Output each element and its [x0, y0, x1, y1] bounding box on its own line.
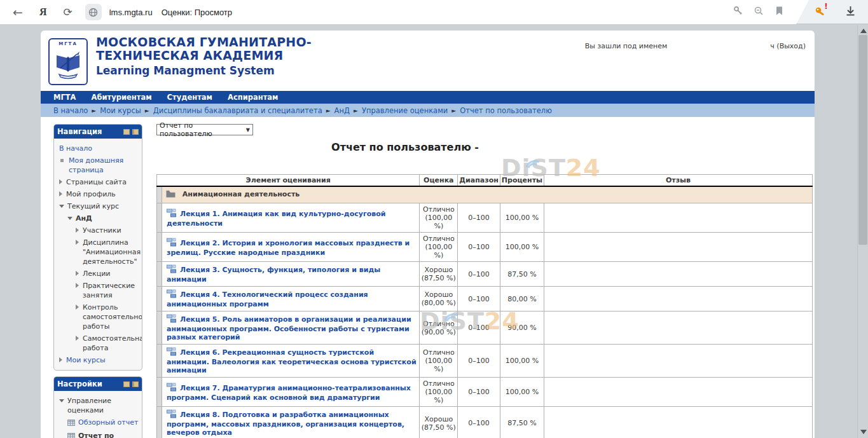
scroll-down-icon[interactable]: [860, 430, 867, 434]
nav-mgta[interactable]: МГТА: [53, 93, 76, 102]
main-navbar: МГТА Абитуриентам Студентам Аспирантам: [41, 91, 815, 104]
login-info: Вы зашли под именем ч (Выход): [585, 42, 806, 50]
lecture-link[interactable]: Лекция 4. Технологический процесс создан…: [167, 291, 368, 308]
browser-toolbar: ← Я ⟳ lms.mgta.ru Оценки: Просмотр !: [0, 0, 868, 24]
mgta-logo[interactable]: МГТА: [48, 38, 88, 85]
chevron-down-icon: ▼: [246, 127, 250, 133]
breadcrumb-separator-icon: ►: [326, 107, 331, 114]
category-name: Анимационная деятельность: [183, 190, 300, 198]
expand-icon[interactable]: [76, 228, 79, 233]
navigation-block: Навигация В начало Моя домашняя страница…: [53, 124, 142, 371]
nav-aspirantam[interactable]: Аспирантам: [228, 93, 278, 102]
url-text[interactable]: lms.mgta.ru: [109, 8, 153, 17]
folder-icon: [166, 190, 176, 200]
lecture-link[interactable]: Лекция 7. Драматургия анимационно-театра…: [167, 384, 411, 402]
sidebar-item-participants[interactable]: Участники: [54, 224, 140, 236]
settings-item-overview-report[interactable]: Обзорный отчет: [54, 416, 140, 430]
main-content: Отчет по пользователю ▼ Отчет по пользов…: [156, 124, 813, 438]
page-title: Отчет по пользователю -: [156, 141, 813, 153]
block-dock-icon[interactable]: [132, 129, 139, 135]
scrollbar-thumb[interactable]: [858, 35, 867, 245]
table-row: Лекция 5. Роль аниматоров в организации …: [157, 311, 813, 345]
sidebar-item-and-course[interactable]: АнД: [54, 212, 140, 224]
password-key-icon[interactable]: [733, 6, 743, 18]
expand-icon[interactable]: [59, 179, 62, 184]
breadcrumb-course[interactable]: АнД: [334, 106, 350, 115]
scroll-up-icon[interactable]: [860, 29, 867, 33]
lecture-link[interactable]: Лекция 5. Роль аниматоров в организации …: [167, 315, 411, 341]
expand-icon[interactable]: [76, 336, 79, 341]
breadcrumb-home[interactable]: В начало: [53, 106, 88, 115]
block-hide-icon[interactable]: [123, 381, 130, 387]
feedback-cell: [544, 233, 813, 262]
expand-icon[interactable]: [76, 283, 79, 288]
lecture-link[interactable]: Лекция 3. Сущность, функция, типология и…: [167, 266, 380, 284]
sidebar-item-my-home[interactable]: Моя домашняя страница: [54, 154, 140, 176]
lesson-icon: [167, 209, 176, 219]
yandex-browser-icon[interactable]: Я: [39, 6, 47, 18]
lesson-icon: [167, 347, 176, 358]
col-item: Элемент оценивания: [157, 175, 420, 187]
lecture-link[interactable]: Лекция 6. Рекреационная сущность туристс…: [167, 348, 417, 374]
feedback-cell: [544, 262, 813, 287]
collapse-icon[interactable]: [67, 217, 72, 220]
download-icon[interactable]: [844, 5, 857, 20]
expand-icon[interactable]: [76, 240, 79, 245]
feedback-cell: [544, 311, 813, 345]
lesson-icon: [167, 409, 176, 420]
collapse-icon[interactable]: [59, 205, 64, 208]
breadcrumb-user-report[interactable]: Отчет по пользователю: [460, 106, 552, 115]
block-hide-icon[interactable]: [123, 129, 130, 135]
breadcrumb-grades-admin[interactable]: Управление оценками: [362, 106, 448, 115]
col-feedback: Отзыв: [544, 175, 813, 187]
col-grade: Оценка: [420, 175, 458, 187]
sidebar-item-home[interactable]: В начало: [54, 142, 140, 154]
bookmark-icon[interactable]: [775, 6, 784, 18]
breadcrumb-my-courses[interactable]: Мои курсы: [100, 106, 141, 115]
lecture-link[interactable]: Лекция 8. Подготовка и разработка анимац…: [167, 411, 404, 437]
login-text: Вы зашли под именем: [585, 42, 668, 50]
lesson-icon: [167, 289, 176, 300]
password-alert-icon[interactable]: !: [815, 6, 828, 18]
site-header: МГТА МОСКОВСКАЯ ГУМАНИТАРНО- ТЕХНИЧЕСКАЯ…: [41, 31, 815, 91]
sidebar-item-lectures[interactable]: Лекции: [54, 268, 140, 280]
nav-studentam[interactable]: Студентам: [167, 93, 212, 102]
report-grid-icon: [67, 419, 75, 428]
crest-book-icon: [53, 46, 83, 79]
sidebar-item-discipline[interactable]: Дисциплина "Анимационная деятельность": [54, 236, 140, 268]
feedback-cell: [544, 203, 813, 233]
zoom-page-icon[interactable]: [754, 6, 764, 19]
collapse-icon[interactable]: [59, 399, 64, 402]
block-dock-icon[interactable]: [132, 381, 139, 387]
table-row: Лекция 1. Анимация как вид культурно-дос…: [157, 203, 813, 233]
sidebar-item-control[interactable]: Контроль самостоятельной работы: [54, 301, 140, 332]
sidebar-item-site-pages[interactable]: Страницы сайта: [54, 176, 140, 188]
table-row: Лекция 2. История и хронология массовых …: [157, 233, 813, 262]
refresh-icon[interactable]: ⟳: [63, 7, 72, 18]
feedback-cell: [544, 345, 813, 378]
back-icon[interactable]: ←: [13, 6, 23, 18]
sidebar-item-selfwork[interactable]: Самостоятельная работа: [54, 332, 140, 354]
nav-abiturientam[interactable]: Абитуриентам: [92, 93, 152, 102]
sidebar-item-my-profile[interactable]: Мой профиль: [54, 188, 140, 200]
expand-icon[interactable]: [76, 305, 79, 310]
sidebar-item-practice[interactable]: Практические занятия: [54, 280, 140, 301]
lecture-link[interactable]: Лекция 1. Анимация как вид культурно-дос…: [167, 210, 386, 228]
settings-item-grade-admin[interactable]: Управление оценками: [54, 395, 140, 416]
navigation-block-title: Навигация: [57, 127, 102, 136]
expand-icon[interactable]: [76, 271, 79, 276]
lms-subtitle: Learning Managment System: [96, 64, 312, 77]
lecture-link[interactable]: Лекция 2. История и хронология массовых …: [167, 239, 410, 257]
vertical-scrollbar[interactable]: [857, 25, 868, 438]
settings-item-user-report[interactable]: Отчет по пользователю: [54, 430, 140, 438]
table-header-row: Элемент оценивания Оценка Диапазон Проце…: [157, 175, 813, 187]
logout-link[interactable]: ч (Выход): [770, 42, 806, 50]
report-type-select[interactable]: Отчет по пользователю ▼: [156, 124, 253, 135]
site-globe-icon[interactable]: [85, 4, 102, 20]
sidebar-item-current-course[interactable]: Текущий курс: [54, 200, 140, 212]
breadcrumb-disciplines[interactable]: Дисциплины бакалавриата и специалитета: [153, 106, 322, 115]
sidebar-item-my-courses[interactable]: Мои курсы: [54, 354, 140, 366]
grade-report-table: Элемент оценивания Оценка Диапазон Проце…: [156, 174, 813, 438]
expand-icon[interactable]: [59, 357, 62, 362]
expand-icon[interactable]: [59, 191, 62, 196]
